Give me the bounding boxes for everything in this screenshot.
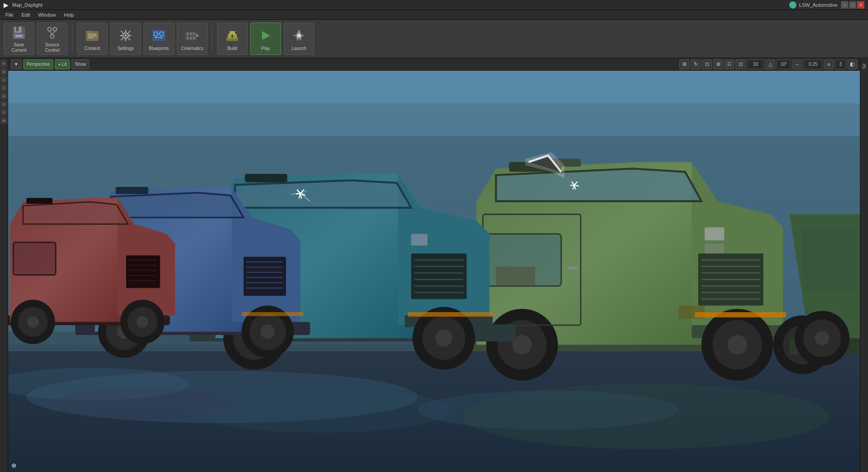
perspective-label: Perspective: [27, 62, 50, 67]
svg-point-120: [27, 316, 39, 328]
svg-point-22: [161, 36, 163, 38]
viewport-tool-7[interactable]: △: [765, 59, 775, 69]
left-tab-ai[interactable]: Ai: [0, 117, 8, 124]
viewport-toolbar: ▼ Perspective ● Lit Show ⊞ ↻ ⊡ ⊞ ☷ ⊡ 10 …: [8, 58, 860, 71]
build-button[interactable]: Build: [217, 23, 248, 55]
viewport-tool-10[interactable]: ◧: [847, 59, 857, 69]
viewport-tool-6[interactable]: ⊡: [736, 59, 746, 69]
viewport-tool-9[interactable]: ≡: [824, 59, 834, 69]
viewport-tool-3[interactable]: ⊡: [702, 59, 712, 69]
svg-rect-35: [230, 31, 235, 35]
settings-icon: [117, 27, 135, 45]
menu-item-window[interactable]: Window: [35, 11, 59, 18]
menu-item-edit[interactable]: Edit: [18, 11, 34, 18]
menu-item-file[interactable]: File: [2, 11, 17, 18]
lit-button[interactable]: ● Lit: [55, 59, 70, 69]
blueprints-icon: [150, 27, 168, 45]
svg-point-133: [463, 384, 828, 449]
blueprints-button[interactable]: Blueprints: [144, 23, 174, 55]
svg-rect-124: [27, 198, 53, 204]
save-current-button[interactable]: Save Current: [4, 23, 34, 55]
svg-rect-109: [242, 312, 304, 316]
toolbar-sep-2: [212, 25, 212, 52]
left-tab-v[interactable]: V: [0, 109, 8, 116]
grid-value[interactable]: 10: [747, 59, 764, 69]
show-button[interactable]: Show: [72, 59, 89, 69]
svg-rect-11: [86, 31, 91, 33]
show-label: Show: [75, 62, 86, 67]
viewport-menu-button[interactable]: ▼: [11, 59, 22, 69]
viewport-tool-4[interactable]: ⊞: [713, 59, 723, 69]
left-tab-vi[interactable]: Vi: [0, 92, 8, 100]
angle-value[interactable]: 10°: [777, 59, 791, 69]
content-button[interactable]: Content: [77, 23, 108, 55]
svg-rect-67: [705, 227, 724, 241]
svg-point-129: [815, 331, 829, 345]
toolbar-sep-1: [72, 25, 72, 52]
scale-value[interactable]: 0.25: [804, 59, 823, 69]
svg-point-27: [190, 33, 192, 35]
left-tab-b[interactable]: B: [0, 68, 8, 75]
left-tab-li[interactable]: Li: [0, 76, 8, 83]
svg-rect-70: [568, 267, 578, 269]
viewport-tool-2[interactable]: ↻: [691, 59, 701, 69]
viewport-tool-8[interactable]: ↔: [792, 59, 802, 69]
svg-rect-73: [695, 312, 787, 318]
svg-rect-108: [116, 187, 148, 194]
viewport-3d[interactable]: ? ⓿: [8, 71, 860, 472]
cinematics-icon: [183, 27, 201, 45]
svg-point-5: [48, 27, 51, 31]
svg-rect-92: [408, 312, 493, 317]
help-indicator: ⓿: [12, 463, 16, 468]
launch-button[interactable]: Launch: [284, 23, 314, 55]
snap-value[interactable]: 3: [835, 59, 846, 69]
toolbar: Save Current Source Control Content: [0, 20, 868, 58]
svg-rect-14: [88, 37, 94, 38]
svg-point-30: [190, 37, 192, 39]
svg-point-107: [261, 325, 275, 339]
viewport-tool-1[interactable]: ⊞: [679, 59, 689, 69]
viewport-right-tools: ⊞ ↻ ⊡ ⊞ ☷ ⊡ 10 △ 10° ↔ 0.25 ≡ 3 ◧: [679, 59, 857, 69]
left-tab-g[interactable]: G: [0, 100, 8, 108]
perspective-button[interactable]: Perspective: [23, 59, 53, 69]
svg-point-29: [187, 37, 189, 39]
cinematics-label: Cinematics: [181, 46, 203, 51]
svg-point-26: [187, 33, 189, 35]
left-tab-r[interactable]: R: [0, 60, 8, 67]
minimize-button[interactable]: ─: [841, 1, 848, 9]
source-control-button[interactable]: Source Control: [37, 23, 68, 55]
right-tab-se[interactable]: Se: [861, 60, 868, 73]
maximize-button[interactable]: □: [849, 1, 856, 9]
viewport-scene: ?: [8, 71, 860, 472]
svg-rect-13: [88, 36, 97, 36]
cinematics-button[interactable]: Cinematics: [177, 23, 208, 55]
svg-line-8: [50, 31, 52, 35]
svg-point-134: [190, 387, 451, 433]
svg-point-28: [193, 33, 195, 35]
svg-rect-2: [16, 27, 18, 31]
svg-marker-36: [262, 31, 270, 40]
viewport-tool-5[interactable]: ☷: [724, 59, 734, 69]
svg-rect-90: [245, 174, 287, 182]
main-layout: R B Li C Vi G V Ai ▼ Perspective ● Lit S…: [0, 58, 868, 472]
window-title: Map_Daylight: [12, 2, 42, 8]
svg-rect-71: [496, 267, 535, 286]
svg-point-16: [125, 34, 127, 36]
close-button[interactable]: ✕: [857, 1, 864, 9]
svg-rect-91: [411, 234, 427, 245]
svg-point-37: [297, 34, 301, 37]
play-icon: [257, 27, 275, 45]
svg-marker-25: [196, 34, 199, 37]
settings-button[interactable]: Settings: [110, 23, 141, 55]
svg-point-6: [53, 27, 57, 31]
menu-item-help[interactable]: Help: [60, 11, 78, 18]
svg-rect-111: [14, 242, 56, 275]
content-icon: [83, 27, 101, 45]
svg-point-21: [155, 36, 157, 38]
right-sidebar: Se: [860, 58, 868, 472]
svg-point-135: [52, 387, 235, 420]
play-button[interactable]: Play: [250, 23, 281, 55]
left-tab-c[interactable]: C: [0, 84, 8, 91]
lit-label: Lit: [62, 62, 67, 67]
viewport-container: ▼ Perspective ● Lit Show ⊞ ↻ ⊡ ⊞ ☷ ⊡ 10 …: [8, 58, 860, 472]
